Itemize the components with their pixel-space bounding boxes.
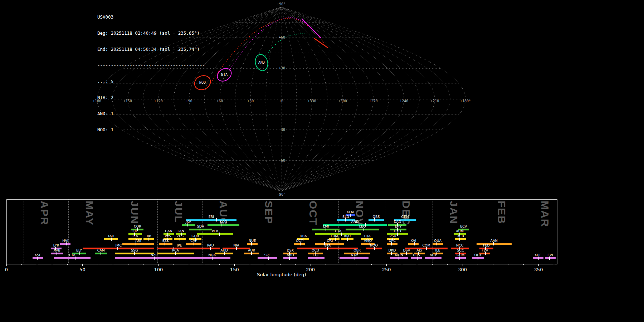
shower-label-obs: OBS [372,215,380,219]
x-axis-tick [143,264,143,265]
shower-label-dpc: DPC [389,239,396,243]
shower-label-hvi: HVI [62,239,68,243]
shower-peak-marker-evi [549,257,550,260]
shower-peak-marker-cam [101,252,101,255]
shower-label-oer: OER [353,248,361,252]
x-axis-tick [280,264,280,265]
shower-label-lyr: LYR [53,243,59,247]
shower-label-pps: PPS [165,234,171,238]
shower-peak-marker-fev [485,252,486,255]
x-axis-tick [234,264,235,266]
shower-label-and: AND [351,220,358,224]
x-axis-tick [311,264,311,266]
x-axis-tick [113,264,113,265]
x-axis-tick [219,264,220,265]
month-boundary-line [248,200,248,264]
radiant-track [302,19,321,38]
shower-peak-marker-sda [200,228,200,231]
shower-label-aud: AUD [220,248,228,252]
shower-bar-and [323,224,387,226]
x-axis-tick [6,264,7,266]
month-label-mar: MAR [539,201,551,227]
shower-label-xhe: XHE [535,253,542,257]
equator-longitude-label: +60 [216,99,223,103]
shower-label-ecv: ECV [460,224,467,228]
shower-bar-kse [33,257,43,259]
shower-peak-marker-xvi [414,242,415,245]
shower-peak-marker-tah [111,238,112,241]
shower-peak-marker-spe [268,257,269,260]
x-axis-tick [98,264,98,265]
shower-label-gdr: GDR [191,234,199,238]
x-axis-tick [174,264,174,265]
shower-peak-marker-urs [417,257,418,260]
shower-label-kcg: KCG [220,220,227,224]
x-axis-tick [204,264,204,265]
shower-label-fan: FAN [177,229,184,233]
shower-peak-marker-lmi [326,228,326,231]
x-axis-tick [37,264,37,265]
grid-meridian [281,7,374,191]
shower-peak-marker-cap [194,242,194,245]
shower-peak-marker-cta [341,233,342,236]
shower-peak-marker-aan [493,242,494,245]
month-boundary-line [24,200,24,264]
shower-label-aly: ALY [416,248,422,252]
x-axis-tick-label: 50 [79,267,86,272]
shower-label-irc: IRC [132,229,138,233]
observation-info-block: USV003 Beg: 20251118 02:40:49 (sol = 235… [97,4,205,138]
equator-longitude-label: +0 [279,99,283,103]
shower-peak-marker-kcg [221,223,221,226]
shower-label-kse: KSE [35,253,41,257]
shower-peak-marker-xhe [538,257,539,260]
equator-longitude-label: +180° [460,99,471,103]
shower-bar-aan [477,243,512,245]
month-label-feb: FEB [496,201,508,224]
shower-bar-jmc [83,248,154,249]
x-axis-tick [21,264,22,265]
shower-bar-per [197,233,233,235]
shower-peak-marker-nue [251,242,252,245]
shower-label-ocu: OCU [312,248,319,252]
shower-peak-marker-sld [345,218,346,221]
x-axis-tick [447,264,448,265]
x-axis-tick-label: 0 [5,267,8,272]
shower-label-ori: ORI [327,239,333,243]
x-axis-tick [432,264,433,265]
shower-label-dad: DAD [394,220,401,224]
shower-label-sta: STA [325,243,331,247]
shower-bar-tah [104,238,118,240]
shower-peak-marker-sta [327,247,328,250]
x-axis-tick [493,264,493,265]
shower-label-fed: FED [483,243,490,247]
shower-label-ege: EGE [313,253,319,257]
shower-peak-marker-pca [175,252,176,255]
shower-label-tha: THA [364,234,370,238]
shower-label-nue: NUE [249,239,256,243]
shower-peak-marker-ely [79,252,80,255]
shower-label-eri: ERI [209,215,214,219]
x-axis-tick [538,264,539,266]
shower-peak-marker-per [219,233,220,236]
x-axis-tick [371,264,372,265]
x-axis-tick-label: 350 [534,267,543,272]
equator-longitude-label: +240 [400,99,408,103]
current-solar-longitude-line [365,200,365,264]
month-boundary-line [524,200,524,264]
shower-label-can: CAN [165,229,172,233]
shower-label-lum: LUM [331,234,338,238]
month-label-oct: OCT [307,201,319,225]
separator-line: ---------------------------------------- [97,63,205,68]
shower-label-dra: DRA [299,234,307,238]
shower-bar-qua [433,243,443,245]
shower-peak-marker-obs [374,218,375,221]
shower-peak-marker-lum [335,238,336,241]
shower-label-per: PER [212,229,218,233]
shower-label-fev: FEV [482,248,488,252]
x-axis-tick-label: 100 [154,267,163,272]
shower-label-ehy: EHY [395,224,402,228]
shower-peak-marker-pau [210,247,211,250]
shower-label-aur: AUR [248,248,255,252]
x-axis-tick [523,264,524,265]
shower-label-szc: SZC [162,239,169,243]
